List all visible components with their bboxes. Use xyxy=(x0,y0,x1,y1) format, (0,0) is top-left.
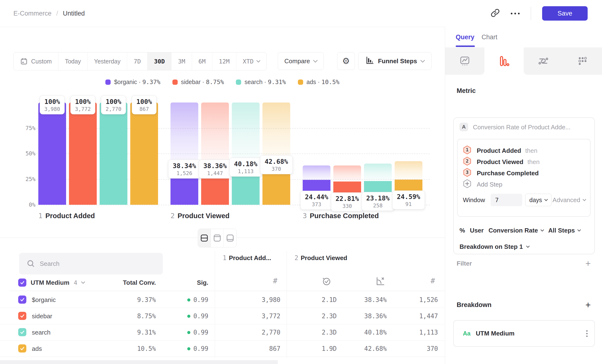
time-to-convert-column-icon[interactable] xyxy=(322,276,331,287)
total-conv-header[interactable]: Total Conv. xyxy=(103,276,156,289)
count-column-icon[interactable]: # xyxy=(430,276,435,285)
table-row[interactable]: sidebar8.75%3,7722.3D38.36%1,4470.99 xyxy=(0,308,445,324)
window-value-input[interactable] xyxy=(491,194,522,206)
funnel-chart-icon xyxy=(366,56,374,66)
legend-item[interactable]: search · 9.31% xyxy=(236,79,286,86)
date-range-group: CustomTodayYesterday7D30D3M6M12MXTD xyxy=(13,52,267,70)
range-button-12m[interactable]: 12M xyxy=(212,53,236,70)
conversion-rate-column-icon[interactable] xyxy=(376,276,385,287)
cell-step2_count: 1,113 xyxy=(385,324,438,341)
funnel-bar[interactable] xyxy=(69,103,97,205)
filter-section-label: Filter xyxy=(457,260,472,267)
counting-entity[interactable]: User xyxy=(470,227,484,234)
funnel-bar-dropoff xyxy=(303,165,331,180)
select-all-checkbox[interactable] xyxy=(18,278,26,287)
range-button-30d[interactable]: 30D xyxy=(148,53,172,70)
chart-settings-button[interactable]: ⚙ xyxy=(337,52,355,70)
active-tab-underline xyxy=(456,45,475,47)
save-button[interactable]: Save xyxy=(542,6,588,21)
step-number: 2 xyxy=(295,254,298,261)
retention-report-tab[interactable] xyxy=(563,47,602,75)
range-button-6m[interactable]: 6M xyxy=(192,53,212,70)
chevron-down-icon xyxy=(583,197,586,201)
window-label: Window xyxy=(463,196,485,204)
sig-header[interactable]: Sig. xyxy=(156,276,208,289)
insights-report-tab[interactable] xyxy=(445,47,484,75)
range-button-today[interactable]: Today xyxy=(58,53,88,70)
tab-query[interactable]: Query xyxy=(456,33,474,41)
table-step2-header: 2Product Viewed xyxy=(295,254,347,262)
legend-swatch xyxy=(298,79,303,85)
kebab-menu-icon[interactable] xyxy=(586,330,588,337)
legend-swatch xyxy=(172,79,178,85)
y-axis-tick: 50% xyxy=(7,150,35,157)
chart-type-selector[interactable]: Funnel Steps xyxy=(358,52,431,70)
layout-toggle-group xyxy=(198,229,236,247)
breakdown-on-step-select[interactable]: Breakdown on Step 1 xyxy=(460,240,529,253)
breakdown-column-label[interactable]: UTM Medium xyxy=(31,279,69,286)
table-row[interactable]: search9.31%2,7702.3D40.18%1,1130.99 xyxy=(0,324,445,341)
breadcrumb-parent[interactable]: E-Commerce xyxy=(13,10,52,17)
breakdown-property-card[interactable]: Aa UTM Medium xyxy=(453,320,595,347)
funnel-bar[interactable] xyxy=(130,103,158,205)
metric-title[interactable]: Conversion Rate of Product Adde... xyxy=(473,124,571,131)
legend-item[interactable]: sidebar · 8.75% xyxy=(172,79,224,86)
funnel-bar[interactable] xyxy=(100,103,127,205)
cell-step2_time: 2.3D xyxy=(284,324,337,341)
copy-link-icon[interactable] xyxy=(491,8,500,18)
flows-report-tab[interactable] xyxy=(524,47,563,75)
funnels-report-tab-active[interactable] xyxy=(484,47,524,75)
funnel-steps-card: 1Product Added then2Product Viewed then3… xyxy=(457,139,591,217)
range-button-3m[interactable]: 3M xyxy=(172,53,192,70)
bar-value-label: 100%3,772 xyxy=(70,96,95,115)
cell-sig: 0.99 xyxy=(156,292,208,308)
row-checkbox[interactable] xyxy=(18,328,26,336)
cell-step2_time: 2.1D xyxy=(284,292,337,308)
window-unit-select[interactable]: days xyxy=(525,194,551,206)
bar-value-label: 38.34%1,526 xyxy=(168,160,201,179)
scrollbar-track[interactable] xyxy=(0,360,278,364)
funnel-bar[interactable] xyxy=(38,103,66,205)
cell-step2_rate: 38.34% xyxy=(334,292,387,308)
row-checkbox[interactable] xyxy=(18,296,26,304)
measure-select[interactable]: Conversion Rate xyxy=(488,227,544,234)
panel-step-2[interactable]: 2Product Viewed then xyxy=(463,156,539,168)
tab-chart[interactable]: Chart xyxy=(482,33,497,41)
funnel-step-label: 3Purchase Completed xyxy=(303,212,379,220)
row-checkbox[interactable] xyxy=(18,344,26,353)
scope-label: All Steps xyxy=(548,227,575,234)
panel-step-3[interactable]: 3Purchase Completed xyxy=(463,168,539,179)
table-row[interactable]: ads10.5%8671.9D42.68%3700.99 xyxy=(0,341,445,357)
count-column-icon[interactable]: # xyxy=(273,276,278,285)
row-label: $organic xyxy=(32,292,56,308)
range-button-custom[interactable]: Custom xyxy=(14,53,58,70)
advanced-toggle[interactable]: Advanced xyxy=(552,196,586,204)
scope-select[interactable]: All Steps xyxy=(548,227,580,234)
chevron-down-icon[interactable] xyxy=(81,280,85,284)
chevron-down-icon xyxy=(313,58,318,63)
page-title[interactable]: Untitled xyxy=(63,10,85,17)
y-axis-tick: 75% xyxy=(7,125,35,131)
layout-chart-only-button[interactable] xyxy=(211,229,224,247)
range-button-7d[interactable]: 7D xyxy=(127,53,148,70)
bar-value-label: 38.36%1,447 xyxy=(199,160,231,179)
funnel-bar-dropoff xyxy=(364,164,392,181)
add-breakdown-button[interactable]: + xyxy=(585,300,591,309)
range-button-yesterday[interactable]: Yesterday xyxy=(88,53,127,70)
more-menu-icon[interactable] xyxy=(511,13,520,14)
row-checkbox[interactable] xyxy=(18,312,26,320)
search-input[interactable] xyxy=(19,253,163,274)
compare-button[interactable]: Compare xyxy=(278,52,324,70)
layout-split-button[interactable] xyxy=(198,229,211,247)
breakdown-column-header: UTM Medium 4 xyxy=(18,276,85,289)
panel-step-1[interactable]: 1Product Added then xyxy=(463,145,537,156)
range-button-xtd[interactable]: XTD xyxy=(236,53,266,70)
percent-icon[interactable]: % xyxy=(460,227,465,234)
legend-item[interactable]: ads · 10.5% xyxy=(298,79,340,86)
legend-item[interactable]: $organic · 9.37% xyxy=(105,79,160,86)
add-filter-button[interactable]: + xyxy=(585,259,591,268)
layout-table-only-button[interactable] xyxy=(224,229,236,247)
add-step-button[interactable]: Add Step xyxy=(463,179,502,190)
table-row[interactable]: $organic9.37%3,9802.1D38.34%1,5260.99 xyxy=(0,292,445,308)
bar-value-label: 24.44%373 xyxy=(300,191,333,210)
